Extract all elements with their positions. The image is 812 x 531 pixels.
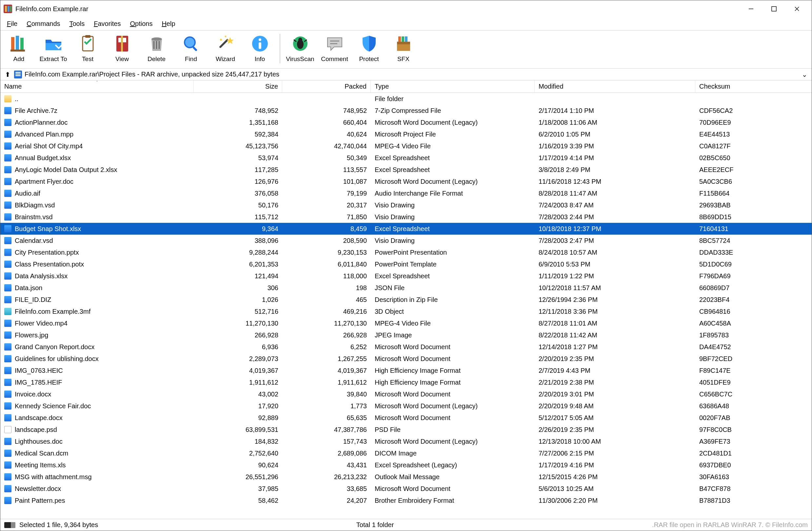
- file-row[interactable]: Advanced Plan.mpp592,38440,624Microsoft …: [0, 128, 812, 140]
- file-type: Outlook Mail Message: [371, 473, 535, 481]
- file-type: Excel Spreadsheet (Legacy): [371, 461, 535, 469]
- menu-commands[interactable]: Commands: [22, 18, 64, 29]
- file-name: Aerial Shot Of City.mp4: [15, 142, 83, 150]
- virusscan-button[interactable]: VirusScan: [283, 32, 317, 63]
- file-row[interactable]: Newsletter.docx37,98533,685Microsoft Wor…: [0, 483, 812, 494]
- file-row[interactable]: Aerial Shot Of City.mp445,123,75642,740,…: [0, 140, 812, 152]
- file-type: DICOM Image: [371, 450, 535, 457]
- file-row[interactable]: Flower Video.mp411,270,13011,270,130MPEG…: [0, 317, 812, 329]
- address-path[interactable]: FileInfo.com Example.rar\Project Files -…: [25, 71, 800, 78]
- test-button[interactable]: Test: [71, 32, 105, 63]
- add-button[interactable]: Add: [2, 32, 36, 63]
- file-row[interactable]: ActionPlanner.doc1,351,168660,404Microso…: [0, 116, 812, 128]
- file-row[interactable]: Medical Scan.dcm2,752,6402,689,086DICOM …: [0, 447, 812, 459]
- menu-file[interactable]: File: [2, 18, 22, 29]
- file-row[interactable]: Meeting Items.xls90,62443,431Excel Sprea…: [0, 459, 812, 471]
- file-packed: 748,952: [282, 107, 371, 114]
- file-row[interactable]: Calendar.vsd388,096208,590Visio Drawing7…: [0, 235, 812, 247]
- file-name: Brainstm.vsd: [15, 213, 53, 221]
- file-row[interactable]: Kennedy Science Fair.doc17,9201,773Micro…: [0, 400, 812, 412]
- address-dropdown[interactable]: ⌄: [800, 71, 808, 79]
- minimize-button[interactable]: [740, 2, 763, 15]
- file-icon: [4, 296, 12, 303]
- file-row[interactable]: Audio.aif376,05879,199Audio Interchange …: [0, 187, 812, 199]
- file-row[interactable]: ..File folder: [0, 93, 812, 105]
- file-row[interactable]: City Presentation.pptx9,288,2449,230,153…: [0, 247, 812, 258]
- file-row[interactable]: IMG_0763.HEIC4,019,3674,019,367High Effi…: [0, 365, 812, 376]
- col-modified[interactable]: Modified: [535, 80, 695, 93]
- file-row[interactable]: IMG_1785.HEIF1,911,6121,911,612High Effi…: [0, 376, 812, 388]
- menu-help[interactable]: Help: [157, 18, 180, 29]
- view-button[interactable]: View: [105, 32, 139, 63]
- file-row[interactable]: Class Presentation.potx6,201,3536,011,84…: [0, 258, 812, 270]
- file-size: 9,364: [194, 225, 282, 233]
- col-name[interactable]: ˄ Name: [0, 80, 194, 93]
- up-button[interactable]: ⬆: [4, 71, 12, 79]
- file-row[interactable]: File Archive.7z748,952748,9527-Zip Compr…: [0, 105, 812, 116]
- menu-options[interactable]: Options: [125, 18, 157, 29]
- file-type: PowerPoint Presentation: [371, 249, 535, 256]
- file-modified: 1/17/2019 4:14 PM: [535, 154, 695, 162]
- toolbar-label: View: [115, 55, 129, 63]
- delete-button[interactable]: Delete: [139, 32, 174, 63]
- file-row[interactable]: AnyLogic Model Data Output 2.xlsx117,285…: [0, 164, 812, 176]
- file-list[interactable]: ..File folderFile Archive.7z748,952748,9…: [0, 93, 812, 519]
- winrar-window: FileInfo.com Example.rar FileCommandsToo…: [0, 0, 812, 531]
- file-row[interactable]: Budget Snap Shot.xlsx9,3648,459Excel Spr…: [0, 223, 812, 235]
- find-button[interactable]: Find: [174, 32, 208, 63]
- file-row[interactable]: Data.json306198JSON File10/12/2018 11:57…: [0, 282, 812, 294]
- file-row[interactable]: Invoice.docx43,00239,840Microsoft Word D…: [0, 388, 812, 400]
- window-title: FileInfo.com Example.rar: [15, 5, 740, 13]
- col-packed[interactable]: Packed: [282, 80, 371, 93]
- info-button[interactable]: Info: [243, 32, 277, 63]
- wizard-button[interactable]: Wizard: [208, 32, 243, 63]
- file-size: 9,288,244: [194, 249, 282, 256]
- file-row[interactable]: Lighthouses.doc184,832157,743Microsoft W…: [0, 435, 812, 447]
- protect-button[interactable]: Protect: [352, 32, 386, 63]
- menu-tools[interactable]: Tools: [65, 18, 89, 29]
- file-row[interactable]: MSG with attachment.msg26,551,29626,213,…: [0, 471, 812, 483]
- file-row[interactable]: Annual Budget.xlsx53,97450,349Excel Spre…: [0, 152, 812, 164]
- file-checksum: 71604131: [695, 225, 812, 233]
- file-row[interactable]: Paint Pattern.pes58,46224,207Brother Emb…: [0, 494, 812, 506]
- file-type: Microsoft Word Document: [371, 343, 535, 351]
- toolbar-label: SFX: [397, 55, 409, 63]
- col-checksum[interactable]: Checksum: [695, 80, 812, 93]
- toolbar-label: Protect: [359, 55, 379, 63]
- extract-button[interactable]: Extract To: [36, 32, 71, 63]
- maximize-button[interactable]: [763, 2, 785, 15]
- file-row[interactable]: landscape.psd63,899,53147,387,786PSD Fil…: [0, 424, 812, 435]
- file-icon: [4, 379, 12, 386]
- column-header: ˄ Name Size Packed Type Modified Checksu…: [0, 80, 812, 93]
- file-checksum: 2CD481D1: [695, 450, 812, 457]
- file-row[interactable]: Apartment Flyer.doc126,976101,087Microso…: [0, 176, 812, 187]
- file-row[interactable]: Flowers.jpg266,928266,928JPEG Image8/22/…: [0, 329, 812, 341]
- file-modified: 1/11/2019 1:22 PM: [535, 273, 695, 280]
- file-row[interactable]: Data Analysis.xlsx121,494118,000Excel Sp…: [0, 270, 812, 282]
- file-row[interactable]: Guidelines for ublishing.docx2,289,0731,…: [0, 353, 812, 365]
- file-icon: [4, 201, 12, 209]
- sfx-button[interactable]: SFX: [386, 32, 421, 63]
- test-icon: [78, 34, 98, 54]
- file-name: Budget Snap Shot.xlsx: [15, 225, 81, 233]
- file-row[interactable]: BlkDiagm.vsd50,17620,317Visio Drawing7/2…: [0, 199, 812, 211]
- file-size: 592,384: [194, 131, 282, 138]
- close-button[interactable]: [785, 2, 808, 15]
- comment-button[interactable]: Comment: [317, 32, 352, 63]
- col-size[interactable]: Size: [194, 80, 282, 93]
- file-icon: [4, 438, 12, 445]
- file-name: Apartment Flyer.doc: [15, 178, 73, 185]
- menu-favorites[interactable]: Favorites: [89, 18, 125, 29]
- file-row[interactable]: Grand Canyon Report.docx6,9366,252Micros…: [0, 341, 812, 353]
- file-row[interactable]: FILE_ID.DIZ1,026465Description in Zip Fi…: [0, 294, 812, 306]
- file-name: Kennedy Science Fair.doc: [15, 402, 91, 410]
- file-name: Newsletter.docx: [15, 485, 61, 493]
- file-checksum: B47CF878: [695, 485, 812, 493]
- col-type[interactable]: Type: [371, 80, 535, 93]
- file-packed: 118,000: [282, 273, 371, 280]
- file-row[interactable]: Brainstm.vsd115,71271,850Visio Drawing7/…: [0, 211, 812, 223]
- file-row[interactable]: Landscape.docx92,88965,635Microsoft Word…: [0, 412, 812, 424]
- file-icon: [4, 402, 12, 409]
- file-row[interactable]: FileInfo.com Example.3mf512,716469,2163D…: [0, 306, 812, 317]
- file-packed: 47,387,786: [282, 426, 371, 434]
